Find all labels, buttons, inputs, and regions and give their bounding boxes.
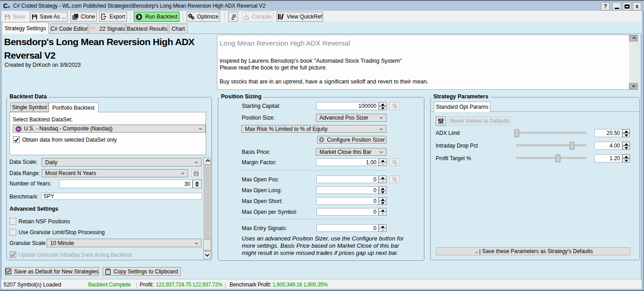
svg-text:Y!: Y! xyxy=(17,128,20,131)
